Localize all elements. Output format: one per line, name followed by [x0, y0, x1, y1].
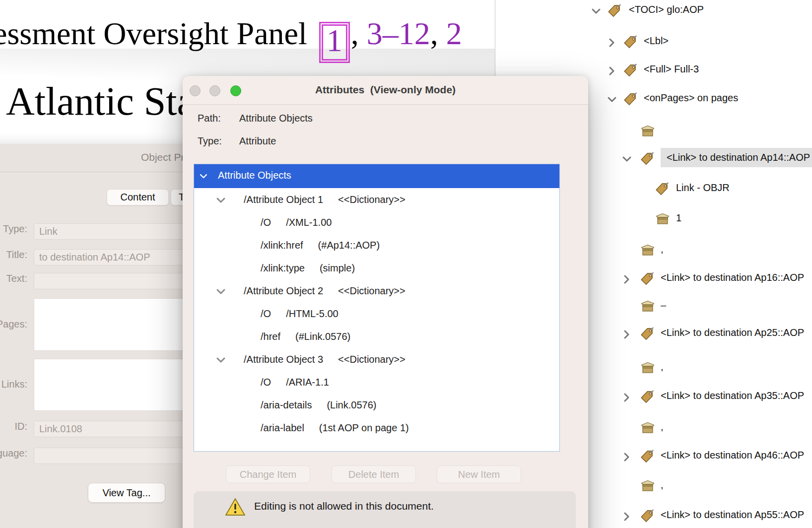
content-box-icon [640, 361, 656, 377]
attribute-name: /href [261, 331, 280, 342]
tree-item-label[interactable]: 1 [676, 212, 681, 224]
delete-item-button[interactable]: Delete Item [332, 465, 416, 483]
content-box-icon [640, 299, 656, 315]
tree-item-label[interactable]: <Link> to destination Ap46::AOP [661, 450, 804, 461]
link-page-number[interactable]: 1 [322, 24, 347, 61]
type-label: Type: [198, 135, 239, 147]
tree-item-label[interactable]: , [661, 421, 664, 433]
tree-item-label[interactable]: <TOCI> glo:AOP [629, 4, 704, 15]
chevron-down-icon[interactable] [622, 154, 632, 166]
attribute-key-value-row[interactable]: /xlink:type(simple) [194, 260, 559, 277]
attribute-key-value-row[interactable]: /O/XML-1.00 [194, 214, 559, 232]
warning-icon [224, 497, 246, 519]
pages-field-label: Pages: [0, 319, 27, 330]
tree-item-label[interactable]: , [661, 361, 664, 373]
attribute-name: /O [261, 308, 271, 319]
content-box-icon [640, 243, 656, 259]
tree-item-label[interactable]: <Full> Full-3 [644, 64, 699, 75]
attribute-key-value-row[interactable]: /xlink:href(#Ap14::AOP) [194, 237, 559, 255]
chevron-down-icon[interactable] [199, 172, 208, 183]
chevron-down-icon[interactable] [591, 6, 601, 18]
link-text[interactable]: 3–12 [367, 16, 430, 51]
chevron-right-icon[interactable] [622, 452, 632, 464]
chevron-down-icon[interactable] [216, 196, 226, 208]
attribute-object-row[interactable]: /Attribute Object 1<<Dictionary>> [194, 191, 559, 209]
attribute-value: (Link.0576) [327, 399, 376, 410]
tag-icon [640, 509, 655, 526]
chevron-down-icon[interactable] [607, 95, 617, 107]
attribute-name: /aria-details [261, 399, 312, 410]
chevron-down-icon[interactable] [216, 287, 226, 299]
tag-icon [623, 92, 638, 109]
tag-tree-row[interactable]: <TOCI> glo:AOP [495, 0, 812, 23]
document-text: , [430, 16, 446, 51]
tag-icon [640, 327, 655, 343]
attribute-object-row[interactable]: /Attribute Object 2<<Dictionary>> [194, 282, 559, 300]
warning-text: Editing is not allowed in this document. [254, 500, 434, 512]
attribute-key-value-row[interactable]: /href(#Link.0576) [194, 328, 559, 346]
attribute-value: <<Dictionary>> [338, 354, 406, 365]
dialog-titlebar[interactable]: Attributes (View-only Mode) [183, 76, 588, 105]
type-value: Attribute [239, 135, 276, 146]
text-field-label: Text: [0, 273, 27, 284]
tree-item-label[interactable]: – [661, 300, 666, 311]
document-text: , [351, 16, 367, 51]
attribute-row-text: /Attribute Object 2<<Dictionary>> [244, 285, 406, 297]
content-box-icon [640, 479, 656, 495]
path-label: Path: [198, 113, 239, 124]
tree-item-label[interactable]: <Link> to destination Ap14::AOP [661, 148, 812, 167]
attribute-value: /XML-1.00 [286, 217, 332, 228]
tree-item-label[interactable]: Link - OBJR [676, 182, 730, 194]
tree-item-label[interactable]: <Lbl> [644, 35, 669, 47]
attribute-key-value-row[interactable]: /O/ARIA-1.1 [194, 374, 559, 392]
path-value: Attribute Objects [239, 113, 313, 124]
chevron-right-icon[interactable] [622, 330, 632, 341]
tag-icon [640, 390, 655, 406]
tree-item-label[interactable]: , [661, 479, 664, 491]
attribute-key-value-row[interactable]: /O/HTML-5.00 [194, 305, 559, 323]
attribute-key-value-row[interactable]: /aria-label(1st AOP on page 1) [194, 419, 559, 437]
attribute-row-text: /xlink:type(simple) [261, 263, 355, 274]
attribute-value: (simple) [320, 263, 355, 273]
tree-item-label[interactable]: <Link> to destination Ap25::AOP [661, 327, 804, 338]
chevron-right-icon[interactable] [622, 393, 632, 404]
chevron-right-icon[interactable] [607, 66, 617, 78]
tree-item-label[interactable]: <Link> to destination Ap35::AOP [661, 390, 804, 401]
attribute-row-text: /O/HTML-5.00 [261, 308, 338, 320]
attribute-objects-list: Attribute Objects /Attribute Object 1<<D… [194, 164, 560, 452]
attribute-name: /Attribute Object 1 [244, 194, 323, 205]
new-item-button[interactable]: New Item [437, 465, 521, 483]
attribute-name: /aria-label [261, 422, 304, 433]
tree-item-label[interactable]: , [661, 244, 664, 255]
attribute-name: /Attribute Object 2 [244, 285, 323, 296]
attribute-name: /O [261, 217, 271, 228]
tree-item-label[interactable]: <Link> to destination Ap16::AOP [661, 272, 804, 283]
link-text[interactable]: 2 [446, 16, 462, 51]
tree-item-label[interactable]: <onPages> on pages [644, 92, 738, 104]
warning-banner: Editing is not allowed in this document. [194, 491, 576, 528]
tree-item-label[interactable]: <Link> to destination Ap55::AOP [661, 509, 804, 521]
view-tag-button[interactable]: View Tag... [88, 483, 165, 503]
chevron-right-icon[interactable] [622, 512, 632, 524]
link-annotation-box[interactable]: 1 [319, 22, 350, 63]
chevron-right-icon[interactable] [607, 38, 617, 50]
attribute-object-row[interactable]: /Attribute Object 3<<Dictionary>> [194, 351, 559, 369]
tag-icon [640, 271, 655, 288]
tab-content[interactable]: Content [107, 189, 169, 205]
type-field-label: Type: [0, 223, 27, 235]
links-field-label: Links: [0, 379, 27, 390]
attribute-row-text: /Attribute Object 1<<Dictionary>> [244, 194, 406, 205]
attribute-value: (#Link.0576) [295, 331, 350, 342]
attribute-value: <<Dictionary>> [338, 285, 406, 296]
chevron-right-icon[interactable] [622, 274, 632, 286]
change-item-button[interactable]: Change Item [226, 465, 310, 483]
attribute-row-text: /aria-label(1st AOP on page 1) [261, 422, 409, 434]
title-field-label: Title: [0, 249, 27, 261]
chevron-down-icon[interactable] [216, 355, 226, 368]
tag-tree-row[interactable]: <Lbl> [495, 30, 812, 55]
attribute-key-value-row[interactable]: /aria-details(Link.0576) [194, 396, 559, 414]
attribute-row-text: /O/ARIA-1.1 [261, 377, 329, 388]
attribute-name: /xlink:type [261, 263, 305, 273]
dialog-title: Attributes (View-only Mode) [183, 84, 588, 96]
attribute-objects-root-row[interactable]: Attribute Objects [194, 164, 559, 188]
